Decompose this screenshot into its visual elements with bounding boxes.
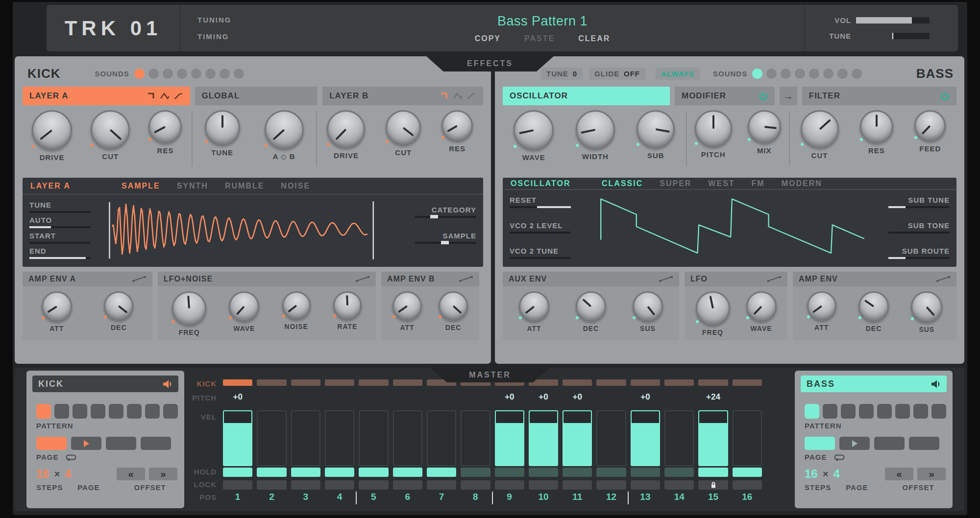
param-end[interactable]: END (29, 247, 104, 259)
page-button-2[interactable] (839, 437, 870, 450)
knob-res[interactable]: RES (441, 110, 473, 153)
knob-sus[interactable]: SUS (911, 291, 942, 340)
knob-wave[interactable]: WAVE (229, 291, 259, 340)
knob-dial[interactable] (914, 110, 946, 141)
knob-dec[interactable]: DEC (439, 291, 468, 340)
knob-att[interactable]: ATT (519, 291, 549, 340)
seq-pitch-step-13[interactable]: +0 (631, 392, 660, 403)
knob-dial[interactable] (807, 291, 836, 321)
param-sub-route[interactable]: SUB ROUTE (880, 247, 950, 259)
seq-hold-step-6[interactable] (393, 468, 422, 477)
param-slider[interactable] (510, 206, 571, 208)
knob-dial[interactable] (860, 110, 893, 143)
seq-hold-step-1[interactable] (223, 468, 252, 477)
seq-lock-step-1[interactable] (223, 480, 252, 490)
knob-mix[interactable]: MIX (748, 110, 781, 155)
knob-res[interactable]: RES (148, 110, 182, 155)
knob-dial[interactable] (282, 291, 311, 320)
mode-tab-super[interactable]: SUPER (660, 179, 691, 188)
seq-lock-step-12[interactable] (596, 480, 626, 490)
knob-cut[interactable]: CUT (386, 110, 421, 157)
master-tab[interactable]: MASTER (430, 368, 550, 382)
pattern-slot-4[interactable] (859, 404, 874, 419)
page-count-value[interactable]: 4 (833, 467, 839, 481)
knob-dial[interactable] (801, 110, 839, 148)
seq-kick-step-12[interactable] (596, 379, 626, 386)
param-category[interactable]: CATEGORY (407, 206, 476, 218)
knob-dial[interactable] (265, 110, 304, 149)
seq-hold-step-13[interactable] (631, 468, 660, 477)
param-slider[interactable] (415, 216, 476, 218)
offset-next-button[interactable]: » (149, 468, 177, 480)
page-button-3[interactable] (874, 437, 905, 450)
pattern-slot-1[interactable] (805, 404, 819, 419)
knob-dec[interactable]: DEC (858, 291, 889, 340)
seq-hold-step-11[interactable] (563, 468, 592, 477)
knob-freq[interactable]: FREQ (696, 291, 730, 340)
sound-slot-6[interactable] (823, 69, 833, 79)
page-button-1[interactable] (36, 437, 67, 450)
seq-lock-step-8[interactable] (461, 480, 490, 490)
knob-att[interactable]: ATT (42, 291, 72, 340)
paste-button[interactable]: PASTE (524, 34, 555, 43)
knob-dial[interactable] (519, 291, 549, 322)
knob-cut[interactable]: CUT (801, 110, 839, 160)
param-vco-2-tune[interactable]: VCO 2 TUNE (510, 247, 589, 259)
seq-hold-step-5[interactable] (359, 468, 388, 477)
knob-dial[interactable] (576, 110, 615, 149)
seq-hold-step-12[interactable] (596, 468, 626, 477)
param-slider[interactable] (510, 257, 571, 259)
knob-dial[interactable] (637, 110, 675, 148)
knob-dial[interactable] (91, 110, 130, 149)
seq-lock-step-14[interactable] (664, 480, 694, 490)
knob-dial[interactable] (392, 291, 422, 321)
pattern-slot-8[interactable] (163, 404, 178, 419)
param-slider[interactable] (888, 232, 950, 234)
knob-pitch[interactable]: PITCH (695, 110, 732, 159)
knob-dial[interactable] (696, 291, 730, 326)
sound-slot-5[interactable] (809, 69, 819, 79)
seq-vel-step-7[interactable] (427, 410, 456, 466)
seq-hold-step-8[interactable] (461, 468, 490, 477)
sound-slot-1[interactable] (752, 69, 762, 79)
page-button-4[interactable] (909, 437, 939, 450)
clear-button[interactable]: CLEAR (578, 34, 610, 43)
pattern-slot-7[interactable] (913, 404, 928, 419)
speaker-icon[interactable] (931, 380, 941, 388)
tab-layer-b[interactable]: LAYER B (322, 87, 483, 105)
knob-res[interactable]: RES (860, 110, 893, 155)
pattern-title[interactable]: Bass Pattern 1 (497, 14, 588, 29)
seq-vel-step-13[interactable] (631, 410, 660, 466)
mode-tab-synth[interactable]: SYNTH (177, 182, 208, 190)
param-sub-tune[interactable]: SUB TUNE (880, 196, 950, 208)
seq-lock-step-9[interactable] (495, 480, 524, 490)
param-start[interactable]: START (29, 232, 104, 244)
page-button-1[interactable] (805, 437, 835, 450)
mode-tab-fm[interactable]: FM (752, 179, 765, 188)
pattern-slot-5[interactable] (109, 404, 123, 419)
kick-sample-waveform[interactable] (108, 199, 403, 262)
bass-tune-param[interactable]: TUNE 0 (541, 68, 583, 80)
seq-lock-step-16[interactable] (733, 480, 762, 490)
param-slider[interactable] (29, 211, 91, 213)
seq-lock-step-3[interactable] (291, 480, 320, 490)
sound-slot-1[interactable] (134, 69, 145, 79)
seq-kick-step-1[interactable] (223, 379, 252, 386)
mode-tab-modern[interactable]: MODERN (782, 179, 822, 188)
seq-pitch-step-8[interactable] (461, 392, 490, 403)
seq-vel-step-8[interactable] (461, 410, 490, 466)
knob-dec[interactable]: DEC (576, 291, 606, 340)
param-slider[interactable] (415, 242, 476, 244)
seq-pitch-step-14[interactable] (664, 392, 694, 403)
pattern-slot-7[interactable] (145, 404, 160, 419)
power-icon[interactable] (759, 92, 768, 101)
seq-vel-step-3[interactable] (291, 410, 320, 466)
pattern-slot-6[interactable] (127, 404, 142, 419)
knob-dial[interactable] (695, 110, 732, 147)
param-slider[interactable] (29, 257, 91, 259)
seq-vel-step-9[interactable] (495, 410, 524, 466)
tuning-button[interactable]: TUNING (197, 16, 281, 24)
seq-vel-step-11[interactable] (563, 410, 592, 466)
bass-channel-header[interactable]: BASS (801, 376, 947, 392)
knob-dial[interactable] (386, 110, 421, 145)
